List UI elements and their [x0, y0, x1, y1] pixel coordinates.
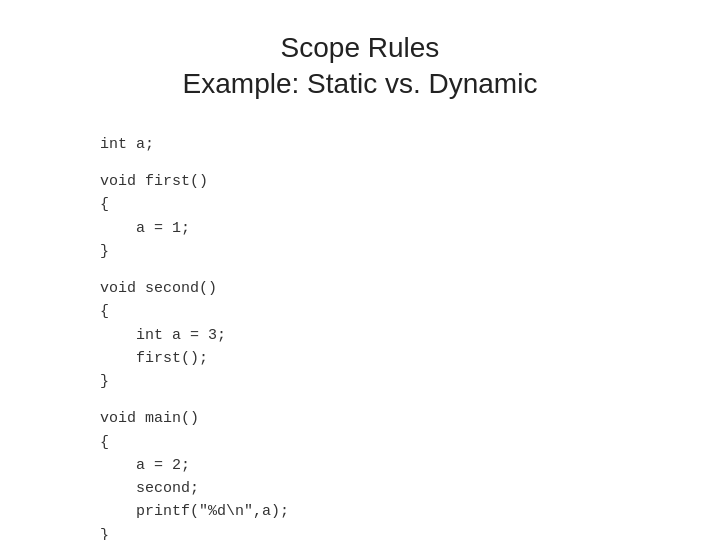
- code-line: {: [100, 300, 680, 323]
- code-line: {: [100, 431, 680, 454]
- code-block: int a; void first() { a = 1; } void seco…: [40, 133, 680, 540]
- code-line: first();: [100, 347, 680, 370]
- code-line: second;: [100, 477, 680, 500]
- code-line: }: [100, 524, 680, 540]
- code-section-main: void main() { a = 2; second; printf("%d\…: [100, 407, 680, 540]
- code-line: }: [100, 240, 680, 263]
- code-line: void second(): [100, 277, 680, 300]
- code-line: void first(): [100, 170, 680, 193]
- code-line: void main(): [100, 407, 680, 430]
- title-line1: Scope Rules: [183, 30, 538, 66]
- title-line2: Example: Static vs. Dynamic: [183, 66, 538, 102]
- code-line: int a;: [100, 133, 680, 156]
- slide: Scope Rules Example: Static vs. Dynamic …: [0, 0, 720, 540]
- code-line: a = 2;: [100, 454, 680, 477]
- code-section-global: int a;: [100, 133, 680, 156]
- code-line: a = 1;: [100, 217, 680, 240]
- code-line: {: [100, 193, 680, 216]
- code-line: int a = 3;: [100, 324, 680, 347]
- code-line: }: [100, 370, 680, 393]
- code-line: printf("%d\n",a);: [100, 500, 680, 523]
- code-section-first: void first() { a = 1; }: [100, 170, 680, 263]
- code-section-second: void second() { int a = 3; first(); }: [100, 277, 680, 393]
- slide-title: Scope Rules Example: Static vs. Dynamic: [183, 30, 538, 103]
